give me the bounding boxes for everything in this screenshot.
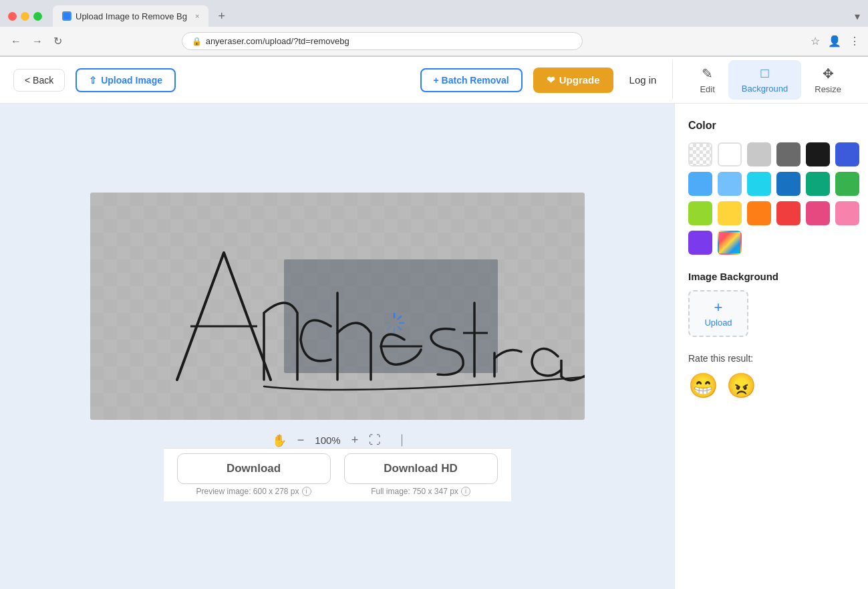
signature-image xyxy=(90,193,585,420)
image-canvas[interactable] xyxy=(90,193,585,420)
color-swatch-orange[interactable] xyxy=(747,201,771,225)
tab-favicon xyxy=(62,11,71,21)
url-bar[interactable]: 🔒 anyeraser.com/upload/?td=removebg xyxy=(182,32,583,50)
maximize-traffic-light[interactable] xyxy=(33,12,42,21)
forward-nav-button[interactable]: → xyxy=(29,33,45,50)
bookmark-icon[interactable]: ☆ xyxy=(811,35,820,47)
emoji-row: 😁 😠 xyxy=(688,372,855,400)
color-swatch-yellow[interactable] xyxy=(718,201,742,225)
app-header: < Back ⇧ Upload Image + Batch Removal ❤ … xyxy=(0,57,868,104)
color-swatch-pink-red[interactable] xyxy=(806,201,830,225)
upload-background-button[interactable]: + Upload xyxy=(688,290,748,337)
preview-info-text: Preview image: 600 x 278 px xyxy=(196,487,299,496)
zoom-out-icon[interactable]: − xyxy=(297,433,305,447)
happy-emoji-button[interactable]: 😁 xyxy=(688,372,718,400)
address-bar: ← → ↻ 🔒 anyeraser.com/upload/?td=removeb… xyxy=(0,27,868,56)
upload-plus-icon: + xyxy=(714,300,723,315)
tab-list-arrow[interactable]: ▾ xyxy=(855,10,860,23)
color-swatch-gradient[interactable] xyxy=(718,231,742,255)
zoom-in-icon[interactable]: + xyxy=(351,433,359,447)
minimize-traffic-light[interactable] xyxy=(21,12,29,21)
upload-bg-label: Upload xyxy=(704,318,732,328)
upgrade-button[interactable]: ❤ Upgrade xyxy=(533,68,613,93)
tab-resize[interactable]: ✥ Resize xyxy=(801,60,855,100)
zoom-level: 100% xyxy=(315,435,340,446)
background-icon: □ xyxy=(761,66,769,81)
profile-icon[interactable]: 👤 xyxy=(828,35,841,47)
pan-icon[interactable]: ✋ xyxy=(272,433,287,448)
download-hd-button[interactable]: Download HD xyxy=(344,453,498,484)
color-swatch-pink[interactable] xyxy=(835,201,859,225)
close-traffic-light[interactable] xyxy=(8,12,17,21)
traffic-lights xyxy=(8,12,42,21)
rate-title: Rate this result: xyxy=(688,353,855,364)
tab-background[interactable]: □ Background xyxy=(728,60,801,100)
download-button[interactable]: Download xyxy=(177,453,331,484)
tab-edit[interactable]: ✎ Edit xyxy=(686,60,728,100)
color-swatch-white[interactable] xyxy=(718,142,742,166)
active-tab[interactable]: Upload Image to Remove Bg × xyxy=(53,5,208,27)
download-bar: Download Preview image: 600 x 278 px i D… xyxy=(164,448,511,501)
color-swatch-blue-mid[interactable] xyxy=(718,172,742,196)
color-swatch-light-gray[interactable] xyxy=(747,142,771,166)
svg-rect-6 xyxy=(284,259,498,373)
upgrade-label: Upgrade xyxy=(559,74,600,86)
color-swatch-transparent[interactable] xyxy=(688,142,712,166)
split-view-icon[interactable]: ⎹ xyxy=(392,433,402,447)
full-info-icon[interactable]: i xyxy=(461,487,470,496)
main-area: ✋ − 100% + ⛶ ⎹ Download Preview image: 6… xyxy=(0,104,868,589)
color-section-title: Color xyxy=(688,120,855,132)
new-tab-button[interactable]: + xyxy=(214,9,229,23)
sidebar: Color Image Background + Upload Rate thi… xyxy=(674,104,868,589)
tab-title: Upload Image to Remove Bg xyxy=(76,11,187,21)
image-bg-title: Image Background xyxy=(688,271,855,282)
menu-icon[interactable]: ⋮ xyxy=(849,35,860,47)
color-swatch-lime[interactable] xyxy=(688,201,712,225)
edit-label: Edit xyxy=(700,84,714,94)
upload-image-label: Upload Image xyxy=(101,75,162,86)
color-swatch-blue-dark[interactable] xyxy=(835,142,859,166)
url-text: anyeraser.com/upload/?td=removebg xyxy=(206,36,349,46)
batch-removal-button[interactable]: + Batch Removal xyxy=(420,68,523,92)
heart-icon: ❤ xyxy=(547,74,555,86)
resize-icon: ✥ xyxy=(823,66,834,82)
svg-rect-0 xyxy=(63,13,70,19)
login-button[interactable]: Log in xyxy=(624,69,662,91)
color-swatch-cyan[interactable] xyxy=(747,172,771,196)
upload-image-button[interactable]: ⇧ Upload Image xyxy=(76,68,176,92)
address-actions: ☆ 👤 ⋮ xyxy=(811,35,860,47)
color-swatch-red[interactable] xyxy=(776,201,801,225)
full-info: Full image: 750 x 347 px i xyxy=(371,487,470,496)
reload-button[interactable]: ↻ xyxy=(51,32,65,50)
canvas-area: ✋ − 100% + ⛶ ⎹ Download Preview image: 6… xyxy=(0,104,674,589)
background-label: Background xyxy=(742,84,788,94)
color-grid xyxy=(688,142,855,255)
preview-info: Preview image: 600 x 278 px i xyxy=(196,487,311,496)
download-hd-group: Download HD Full image: 750 x 347 px i xyxy=(344,453,498,496)
color-swatch-dark-gray[interactable] xyxy=(776,142,801,166)
preview-info-icon[interactable]: i xyxy=(302,487,311,496)
edit-icon: ✎ xyxy=(702,66,713,82)
lock-icon: 🔒 xyxy=(192,37,202,46)
color-swatch-green[interactable] xyxy=(835,172,859,196)
tab-close-button[interactable]: × xyxy=(195,12,199,20)
back-nav-button[interactable]: ← xyxy=(8,33,24,50)
zoom-controls: ✋ − 100% + ⛶ ⎹ xyxy=(272,433,402,448)
resize-label: Resize xyxy=(815,84,841,94)
angry-emoji-button[interactable]: 😠 xyxy=(726,372,756,400)
color-swatch-navy[interactable] xyxy=(776,172,801,196)
color-swatch-blue[interactable] xyxy=(688,172,712,196)
color-swatch-purple[interactable] xyxy=(688,231,712,255)
canvas-background xyxy=(90,193,585,420)
color-swatch-teal[interactable] xyxy=(806,172,830,196)
color-swatch-black[interactable] xyxy=(806,142,830,166)
back-button[interactable]: < Back xyxy=(13,69,65,92)
full-info-text: Full image: 750 x 347 px xyxy=(371,487,458,496)
download-group: Download Preview image: 600 x 278 px i xyxy=(177,453,331,496)
tool-tabs: ✎ Edit □ Background ✥ Resize xyxy=(672,60,855,100)
fullscreen-icon[interactable]: ⛶ xyxy=(369,433,381,447)
upload-icon: ⇧ xyxy=(89,75,97,86)
